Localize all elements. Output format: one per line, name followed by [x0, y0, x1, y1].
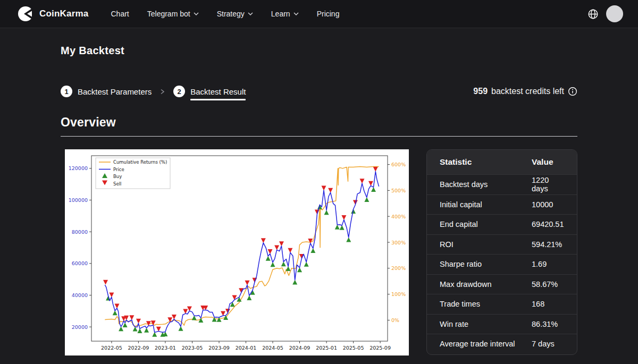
step-number: 2 [173, 86, 185, 97]
page-title: My Backtest [61, 45, 577, 57]
chevron-right-icon [160, 88, 165, 95]
table-row: Average trade interval7 days [427, 334, 577, 354]
section-title-overview: Overview [61, 115, 577, 130]
svg-text:2023-09: 2023-09 [208, 345, 230, 351]
svg-text:600%: 600% [391, 162, 406, 167]
svg-text:60000: 60000 [72, 260, 88, 266]
nav-item-pricing[interactable]: Pricing [317, 10, 340, 18]
svg-text:Buy: Buy [113, 174, 122, 179]
table-row: Sharpe ratio1.69 [427, 254, 577, 274]
stepper: 1 Backtest Parameters 2 Backtest Result [61, 86, 246, 97]
svg-text:Price: Price [113, 167, 124, 172]
svg-text:2022-05: 2022-05 [101, 345, 122, 351]
svg-text:2024-09: 2024-09 [289, 345, 310, 351]
svg-text:Cumulative Returns (%): Cumulative Returns (%) [113, 159, 167, 165]
step-backtest-parameters[interactable]: 1 Backtest Parameters [61, 86, 152, 97]
language-globe-icon[interactable] [587, 9, 599, 20]
svg-text:2022-09: 2022-09 [128, 345, 149, 351]
svg-text:2023-05: 2023-05 [182, 345, 203, 351]
top-nav: CoinKarma Chart Telegram bot Strategy Le… [0, 0, 638, 28]
svg-text:Sell: Sell [113, 181, 121, 187]
nav-item-chart[interactable]: Chart [111, 10, 129, 18]
nav-item-learn[interactable]: Learn [271, 10, 299, 18]
svg-text:2024-01: 2024-01 [236, 345, 257, 351]
info-icon[interactable] [568, 87, 577, 96]
nav-item-strategy[interactable]: Strategy [217, 10, 253, 18]
section-divider [61, 136, 577, 137]
svg-text:2025-09: 2025-09 [370, 345, 391, 351]
svg-text:2024-05: 2024-05 [262, 345, 283, 351]
svg-text:400%: 400% [391, 214, 406, 219]
credits-label: backtest credits left [491, 87, 564, 96]
backtest-credits: 959 backtest credits left [473, 87, 577, 96]
svg-text:2025-01: 2025-01 [316, 345, 337, 351]
backtest-chart-card: 2022-052022-092023-012023-052023-092024-… [65, 149, 409, 355]
svg-text:2025-05: 2025-05 [343, 345, 364, 351]
table-row: Max drawdown58.67% [427, 274, 577, 294]
table-row: End capital69420.51 [427, 214, 577, 234]
brand[interactable]: CoinKarma [17, 5, 89, 22]
table-row: Backtest days1220 days [427, 174, 577, 194]
svg-text:20000: 20000 [72, 324, 88, 330]
svg-text:100%: 100% [391, 291, 406, 297]
statistics-table: Statistic Value Backtest days1220 days I… [426, 149, 577, 355]
svg-text:120000: 120000 [69, 165, 88, 171]
svg-text:100000: 100000 [69, 197, 88, 203]
main-content: My Backtest 1 Backtest Parameters 2 Back… [0, 45, 638, 355]
table-row: Win rate86.31% [427, 314, 577, 334]
svg-text:0%: 0% [391, 317, 399, 323]
table-row: Trade times168 [427, 294, 577, 314]
nav-links: Chart Telegram bot Strategy Learn Pricin… [111, 10, 340, 18]
coinkarma-logo-icon [17, 5, 34, 22]
credits-count: 959 [473, 87, 488, 96]
nav-item-telegram-bot[interactable]: Telegram bot [147, 10, 199, 18]
table-row: ROI594.21% [427, 234, 577, 255]
backtest-chart: 2022-052022-092023-012023-052023-092024-… [65, 149, 409, 355]
chevron-down-icon [248, 12, 253, 15]
header-value: Value [532, 157, 564, 167]
svg-text:2023-01: 2023-01 [155, 345, 176, 351]
chevron-down-icon [293, 12, 299, 15]
svg-text:80000: 80000 [72, 229, 88, 235]
svg-text:200%: 200% [391, 265, 406, 271]
table-header: Statistic Value [427, 150, 577, 174]
svg-text:500%: 500% [391, 188, 406, 193]
svg-text:300%: 300% [391, 240, 406, 246]
brand-name: CoinKarma [39, 9, 89, 19]
step-backtest-result[interactable]: 2 Backtest Result [173, 86, 246, 97]
chevron-down-icon [194, 12, 199, 15]
table-row: Initial capital10000 [427, 194, 577, 215]
user-avatar[interactable] [606, 5, 623, 22]
step-number: 1 [61, 86, 72, 97]
header-statistic: Statistic [440, 157, 532, 167]
svg-text:40000: 40000 [72, 292, 88, 298]
